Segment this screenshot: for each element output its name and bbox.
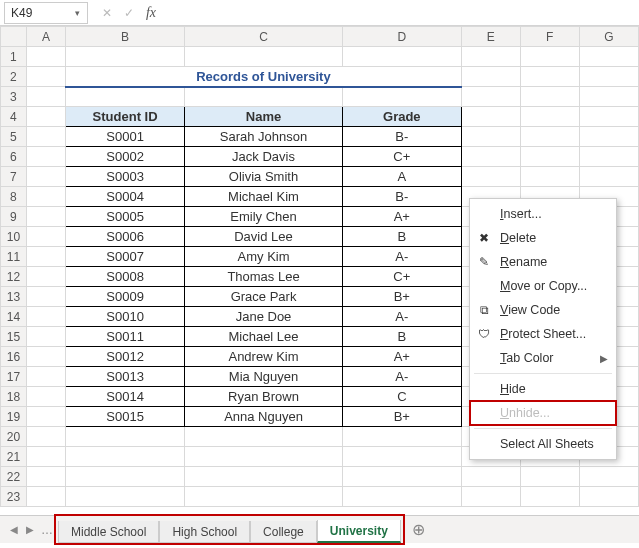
row-header[interactable]: 21 xyxy=(1,447,27,467)
cell-student-id[interactable]: S0005 xyxy=(66,207,185,227)
menu-insert[interactable]: Insert... xyxy=(470,202,616,226)
cell-student-id[interactable]: S0003 xyxy=(66,167,185,187)
cell-grade[interactable]: A- xyxy=(343,307,462,327)
cell-student-id[interactable]: S0007 xyxy=(66,247,185,267)
cell-grade[interactable]: B- xyxy=(343,187,462,207)
cell-grade[interactable]: A+ xyxy=(343,207,462,227)
cell-student-id[interactable]: S0011 xyxy=(66,327,185,347)
row-header[interactable]: 1 xyxy=(1,47,27,67)
row-header[interactable]: 3 xyxy=(1,87,27,107)
menu-select-all-sheets[interactable]: Select All Sheets xyxy=(470,432,616,456)
sheet-tab[interactable]: University xyxy=(317,520,401,543)
row-header[interactable]: 5 xyxy=(1,127,27,147)
cell-grade[interactable]: A xyxy=(343,167,462,187)
row-header[interactable]: 9 xyxy=(1,207,27,227)
table-row: 6S0002Jack DavisC+ xyxy=(1,147,639,167)
cell-name[interactable]: Michael Lee xyxy=(184,327,342,347)
cell-grade[interactable]: A- xyxy=(343,247,462,267)
cell-student-id[interactable]: S0004 xyxy=(66,187,185,207)
cell-name[interactable]: Sarah Johnson xyxy=(184,127,342,147)
row-header[interactable]: 6 xyxy=(1,147,27,167)
menu-delete[interactable]: ✖Delete xyxy=(470,226,616,250)
row-header[interactable]: 16 xyxy=(1,347,27,367)
cell-grade[interactable]: B+ xyxy=(343,407,462,427)
menu-rename[interactable]: ✎Rename xyxy=(470,250,616,274)
col-header[interactable]: F xyxy=(520,27,579,47)
row-header[interactable]: 17 xyxy=(1,367,27,387)
menu-view-code[interactable]: ⧉View Code xyxy=(470,298,616,322)
tab-nav-prev-icon[interactable]: ◀ xyxy=(6,519,22,541)
cell-name[interactable]: Mia Nguyen xyxy=(184,367,342,387)
sheet-tab[interactable]: High School xyxy=(159,521,250,543)
cell-name[interactable]: Grace Park xyxy=(184,287,342,307)
sheet-tab[interactable]: Middle School xyxy=(58,521,159,543)
cell-grade[interactable]: A- xyxy=(343,367,462,387)
cell-grade[interactable]: C+ xyxy=(343,147,462,167)
cell-name[interactable]: Anna Nguyen xyxy=(184,407,342,427)
row-header[interactable]: 12 xyxy=(1,267,27,287)
col-header[interactable]: D xyxy=(343,27,462,47)
menu-protect-sheet[interactable]: 🛡Protect Sheet... xyxy=(470,322,616,346)
row-header[interactable]: 11 xyxy=(1,247,27,267)
menu-move-copy[interactable]: Move or Copy... xyxy=(470,274,616,298)
row-header[interactable]: 2 xyxy=(1,67,27,87)
row-header[interactable]: 14 xyxy=(1,307,27,327)
cell-name[interactable]: Ryan Brown xyxy=(184,387,342,407)
row-header[interactable]: 18 xyxy=(1,387,27,407)
cell-name[interactable]: Thomas Lee xyxy=(184,267,342,287)
cell-name[interactable]: Emily Chen xyxy=(184,207,342,227)
row-header[interactable]: 4 xyxy=(1,107,27,127)
cell-grade[interactable]: C+ xyxy=(343,267,462,287)
name-box-dropdown-icon[interactable]: ▾ xyxy=(69,5,85,21)
sheet-tab[interactable]: College xyxy=(250,521,317,543)
formula-input[interactable] xyxy=(168,2,635,24)
new-sheet-button[interactable]: ⊕ xyxy=(407,520,431,539)
cell-student-id[interactable]: S0013 xyxy=(66,367,185,387)
select-all-corner[interactable] xyxy=(1,27,27,47)
menu-hide[interactable]: Hide xyxy=(470,377,616,401)
fx-icon[interactable]: fx xyxy=(140,2,162,24)
cell-name[interactable]: Jack Davis xyxy=(184,147,342,167)
row-header[interactable]: 8 xyxy=(1,187,27,207)
cell-name[interactable]: Jane Doe xyxy=(184,307,342,327)
cell-name[interactable]: Michael Kim xyxy=(184,187,342,207)
row-header[interactable]: 13 xyxy=(1,287,27,307)
cell-student-id[interactable]: S0008 xyxy=(66,267,185,287)
cell-student-id[interactable]: S0002 xyxy=(66,147,185,167)
cell-student-id[interactable]: S0010 xyxy=(66,307,185,327)
tab-ellipsis: … xyxy=(38,523,56,537)
cell-grade[interactable]: B+ xyxy=(343,287,462,307)
name-box[interactable]: K49 ▾ xyxy=(4,2,88,24)
cell-grade[interactable]: B xyxy=(343,327,462,347)
cell-name[interactable]: Olivia Smith xyxy=(184,167,342,187)
cell-grade[interactable]: C xyxy=(343,387,462,407)
row-header[interactable]: 7 xyxy=(1,167,27,187)
col-header[interactable]: E xyxy=(461,27,520,47)
cell-student-id[interactable]: S0012 xyxy=(66,347,185,367)
col-header[interactable]: A xyxy=(26,27,65,47)
cell-grade[interactable]: B- xyxy=(343,127,462,147)
row-header[interactable]: 22 xyxy=(1,467,27,487)
cell-name[interactable]: Amy Kim xyxy=(184,247,342,267)
menu-tab-color[interactable]: Tab Color▶ xyxy=(470,346,616,370)
cell-student-id[interactable]: S0009 xyxy=(66,287,185,307)
row-header[interactable]: 23 xyxy=(1,487,27,507)
cell-grade[interactable]: B xyxy=(343,227,462,247)
cell-name[interactable]: Andrew Kim xyxy=(184,347,342,367)
cell-student-id[interactable]: S0014 xyxy=(66,387,185,407)
formula-bar-buttons: ✕ ✓ fx xyxy=(96,2,162,24)
row-header[interactable]: 20 xyxy=(1,427,27,447)
cell-student-id[interactable]: S0001 xyxy=(66,127,185,147)
row-header[interactable]: 10 xyxy=(1,227,27,247)
cell-student-id[interactable]: S0006 xyxy=(66,227,185,247)
cell-grade[interactable]: A+ xyxy=(343,347,462,367)
row-header[interactable]: 19 xyxy=(1,407,27,427)
cell-student-id[interactable]: S0015 xyxy=(66,407,185,427)
cell-name[interactable]: David Lee xyxy=(184,227,342,247)
tab-nav-next-icon[interactable]: ▶ xyxy=(22,519,38,541)
col-header[interactable]: C xyxy=(184,27,342,47)
row-header[interactable]: 15 xyxy=(1,327,27,347)
col-header[interactable]: G xyxy=(579,27,638,47)
col-header[interactable]: B xyxy=(66,27,185,47)
delete-icon: ✖ xyxy=(476,230,492,246)
